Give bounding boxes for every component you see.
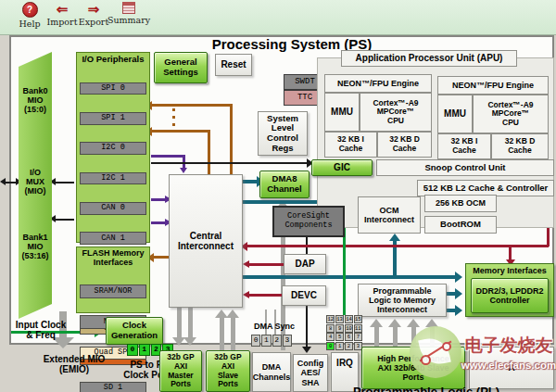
dma-sync-cell[interactable]: 3	[283, 335, 292, 347]
arrowhead	[226, 310, 239, 318]
bus-line-teal	[243, 275, 456, 279]
import-icon: ⇐	[57, 2, 69, 16]
slcr-box[interactable]: System Level Control Regs	[258, 111, 308, 156]
irq-cell: 6	[345, 333, 353, 341]
irq-cell: 11	[354, 324, 362, 333]
toolbar-label: Export	[79, 17, 108, 27]
watermark-url-text: www.elecfans.com	[461, 359, 556, 372]
irq-cell: 8	[326, 324, 335, 333]
flash-mio-line	[56, 219, 74, 221]
import-button[interactable]: ⇐ Import	[45, 2, 79, 27]
clock-port-cell[interactable]: 0	[127, 344, 138, 356]
arrowhead	[388, 319, 401, 327]
irq-cell: 7	[354, 333, 362, 341]
mmu-1: MMU	[437, 95, 473, 133]
toolbar-label: Help	[19, 19, 40, 29]
export-icon: ⇒	[88, 2, 100, 16]
central-interconnect: Central Interconnect	[169, 174, 243, 308]
help-button[interactable]: ? Help	[13, 2, 46, 29]
bus-line-purple	[151, 155, 184, 158]
dma8-channel-button[interactable]: DMA8 Channel	[259, 171, 310, 198]
irq-cell: 10	[345, 324, 353, 333]
gic-button[interactable]: GIC	[311, 159, 373, 176]
watermark-cn-text: 电子发烧友	[461, 334, 556, 358]
bank1-mio-label: Bank1 MIO (53:16)	[19, 230, 52, 263]
bus-line-purple	[183, 155, 185, 168]
periph-spi1[interactable]: SPI 1	[80, 112, 146, 125]
irq-cell: 13	[335, 315, 344, 323]
summary-button[interactable]: Summary	[108, 2, 149, 25]
dma-sync-cell[interactable]: 1	[261, 335, 271, 347]
cortex-a9-cpu-0: Cortex™-A9 MPCore™ CPU	[360, 93, 432, 132]
bus-line-orange	[152, 104, 232, 107]
neon-fpu-engine-0: NEON™/FPU Engine	[324, 74, 432, 93]
neon-fpu-engine-1: NEON™/FPU Engine	[437, 76, 549, 95]
io-peripherals-title: I/O Peripherals	[82, 53, 144, 66]
arrowhead	[370, 319, 383, 327]
arrowhead	[455, 288, 462, 299]
periph-can1[interactable]: CAN 1	[80, 232, 146, 245]
irq-grid[interactable]: 12 13 14 15 8 9 10 11 4 5 6 7 0 1 2 3	[326, 315, 362, 350]
bus-line-teal	[243, 180, 258, 183]
ellipsis-dots	[172, 116, 175, 119]
snoop-control-unit: Snoop Control Unit	[376, 159, 554, 176]
ocm-interconnect: OCM Interconnect	[358, 196, 421, 234]
clock-generation-button[interactable]: Clock Generation	[106, 317, 163, 345]
coresight-components[interactable]: CoreSight Components	[272, 206, 345, 237]
flash-box: FLASH Memory Interfaces SRAM/NOR NAND Qu…	[76, 247, 150, 313]
arrowhead	[455, 272, 462, 283]
arrowhead	[389, 234, 400, 241]
bus-line-maroon	[248, 294, 282, 297]
dap-box[interactable]: DAP	[284, 254, 326, 274]
reset-button[interactable]: Reset	[215, 54, 252, 76]
flash-title: FLASH Memory Interfaces	[82, 247, 144, 268]
gp-axi-master-ports[interactable]: 32b GP AXI Master Ports	[159, 350, 202, 392]
dma-sync-cell[interactable]: 2	[272, 335, 282, 347]
toolbar-label: Summary	[107, 15, 150, 25]
input-clock-label: Input Clock & Freq	[6, 319, 76, 341]
bus-line-maroon	[248, 263, 284, 266]
arrowhead	[0, 178, 6, 185]
zynq-ps-config-window: ? Help ⇐ Import ⇒ Export Summary Process…	[0, 0, 556, 392]
ocm-256kb: 256 KB OCM	[424, 195, 497, 212]
irq-cell: 5	[335, 333, 344, 341]
ellipsis-dots	[172, 123, 175, 126]
irq-cell: 4	[326, 333, 335, 341]
ddr-controller-button[interactable]: DDR2/3, LPDDR2 Controller	[471, 278, 549, 313]
dcache-1: 32 KB D Cache	[491, 133, 549, 159]
periph-sd1[interactable]: SD 1	[80, 382, 146, 392]
periph-spi0[interactable]: SPI 0	[80, 82, 146, 95]
gray-arrow	[188, 308, 193, 337]
dma-sync-ports[interactable]: 0 1 2 3	[251, 335, 292, 347]
irq-cell: 15	[354, 315, 362, 323]
gp-axi-slave-ports[interactable]: 32b GP AXI Slave Ports	[206, 350, 250, 392]
periph-can0[interactable]: CAN 0	[80, 202, 146, 215]
arrowhead	[183, 337, 196, 346]
clock-port-cell[interactable]: 1	[139, 344, 150, 356]
irq-cell: 12	[326, 315, 335, 323]
extended-mio-label: Extended MIO (EMIO)	[26, 352, 122, 376]
bus-line-orange	[154, 256, 169, 259]
export-button[interactable]: ⇒ Export	[77, 2, 110, 27]
general-settings-button[interactable]: General Settings	[154, 52, 208, 83]
icache-0: 32 KB I Cache	[324, 132, 377, 158]
periph-mio-line	[56, 182, 74, 183]
gray-arrow	[177, 308, 182, 337]
dma-channels-box[interactable]: DMA Channels	[252, 352, 291, 392]
flash-sram-nor[interactable]: SRAM/NOR	[80, 285, 146, 298]
periph-i2c0[interactable]: I2C 0	[80, 142, 146, 155]
pl-memory-interconnect: Programmable Logic to Memory Interconnec…	[358, 284, 447, 317]
gray-arrow	[220, 318, 224, 350]
config-aes-sha-box[interactable]: Config AES/ SHA	[293, 354, 328, 392]
summary-icon	[122, 2, 135, 14]
io-peripherals-box: I/O Peripherals SPI 0 SPI 1 I2C 0 I2C 1 …	[76, 52, 150, 243]
dma-sync-label: DMA Sync	[250, 321, 298, 332]
bus-line-purple	[151, 221, 165, 224]
dma-sync-cell[interactable]: 0	[251, 335, 260, 347]
devc-box[interactable]: DEVC	[282, 285, 326, 306]
apu-title: Application Processor Unit (APU)	[341, 50, 517, 67]
irq-cell-active: 0	[326, 342, 335, 350]
bus-line-orange	[208, 130, 210, 174]
bus-line-black	[151, 162, 307, 164]
periph-i2c1[interactable]: I2C 1	[80, 172, 146, 185]
